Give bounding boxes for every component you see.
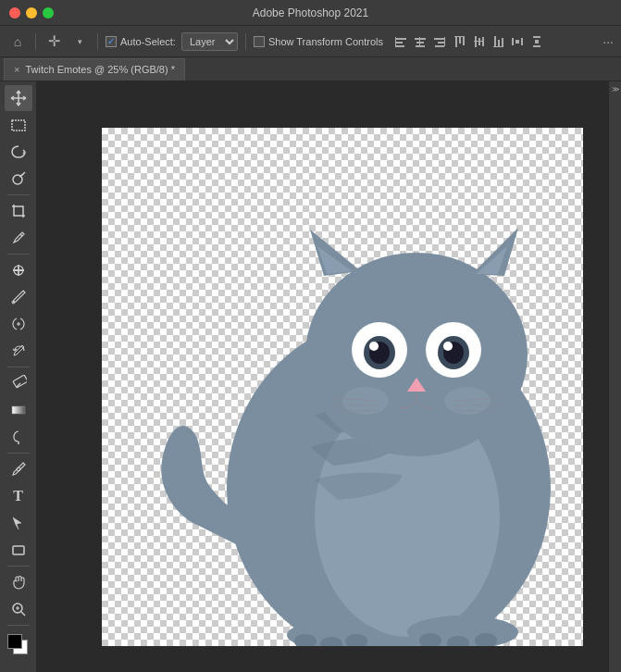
align-center-v-icon[interactable] <box>470 33 487 50</box>
doc-tab-label: Twitch Emotes @ 25% (RGB/8) * <box>25 64 175 75</box>
align-bottom-icon[interactable] <box>490 33 506 50</box>
tool-zoom[interactable] <box>5 596 32 622</box>
tool-lasso[interactable] <box>5 139 32 165</box>
tool-sep-4 <box>7 453 30 454</box>
canvas-area <box>37 81 608 672</box>
svg-rect-8 <box>434 38 445 40</box>
svg-rect-24 <box>512 38 514 45</box>
dist-v-icon[interactable] <box>528 33 545 50</box>
document-tabs: × Twitch Emotes @ 25% (RGB/8) * <box>0 57 621 81</box>
svg-rect-21 <box>498 40 500 47</box>
toolbar-separator-3 <box>245 33 246 50</box>
svg-rect-7 <box>419 37 420 46</box>
svg-rect-12 <box>455 36 457 47</box>
svg-rect-14 <box>463 36 465 45</box>
svg-rect-34 <box>13 375 27 388</box>
tool-dodge[interactable] <box>5 424 32 450</box>
svg-rect-25 <box>521 38 523 45</box>
tool-marquee[interactable] <box>5 112 32 138</box>
tool-move[interactable] <box>5 85 32 111</box>
svg-rect-9 <box>438 42 445 44</box>
svg-rect-13 <box>459 36 461 44</box>
layer-select[interactable]: Layer Group <box>181 32 238 51</box>
tool-hand[interactable] <box>5 569 32 595</box>
align-right-icon[interactable] <box>431 33 448 50</box>
document-canvas <box>102 128 583 646</box>
main-toolbar: ⌂ ✛ ▾ ✓ Auto-Select: Layer Group Show Tr… <box>0 26 621 57</box>
svg-rect-11 <box>444 37 445 46</box>
maximize-button[interactable] <box>43 7 54 19</box>
svg-rect-30 <box>12 120 25 131</box>
tool-gradient[interactable] <box>5 397 32 423</box>
more-options-button[interactable]: ··· <box>602 34 614 49</box>
tool-healing[interactable] <box>5 257 32 283</box>
cat-illustration <box>102 128 583 646</box>
svg-rect-3 <box>395 37 396 46</box>
tool-sep-6 <box>7 625 30 626</box>
app-title: Adobe Photoshop 2021 <box>253 6 368 19</box>
svg-rect-23 <box>493 46 503 47</box>
svg-rect-15 <box>454 36 464 37</box>
fg-color-swatch[interactable] <box>7 634 22 649</box>
move-tool-icon[interactable]: ✛ <box>43 31 64 52</box>
align-icons-group <box>392 33 545 50</box>
align-top-icon[interactable] <box>451 33 467 50</box>
svg-rect-20 <box>494 36 496 47</box>
tool-clone-stamp[interactable] <box>5 311 32 337</box>
svg-rect-2 <box>395 45 404 47</box>
auto-select-checkbox[interactable]: ✓ <box>106 36 117 47</box>
svg-rect-19 <box>474 41 483 42</box>
show-transform-checkbox[interactable] <box>254 36 265 47</box>
svg-rect-37 <box>13 546 24 554</box>
doc-tab-close[interactable]: × <box>14 64 19 75</box>
tool-eraser[interactable] <box>5 370 32 396</box>
svg-rect-22 <box>502 38 503 47</box>
auto-select-group: ✓ Auto-Select: <box>106 36 176 47</box>
svg-rect-29 <box>535 40 539 44</box>
svg-rect-27 <box>533 36 540 38</box>
tool-sep-2 <box>7 254 30 255</box>
move-tool-arrow[interactable]: ▾ <box>69 31 90 52</box>
color-swatches[interactable] <box>5 632 32 658</box>
traffic-lights <box>9 7 54 19</box>
document-tab[interactable]: × Twitch Emotes @ 25% (RGB/8) * <box>4 58 185 81</box>
toolbar-separator-1 <box>35 33 36 50</box>
dist-h-icon[interactable] <box>509 33 526 50</box>
svg-point-41 <box>305 253 528 456</box>
tool-pen[interactable] <box>5 456 32 482</box>
home-icon[interactable]: ⌂ <box>7 31 28 52</box>
align-center-h-icon[interactable] <box>412 33 428 50</box>
right-panel: ≫ <box>608 81 621 672</box>
tool-shape[interactable] <box>5 537 32 563</box>
toolbar-separator-2 <box>97 33 98 50</box>
close-button[interactable] <box>9 7 20 19</box>
svg-point-49 <box>443 342 453 351</box>
left-toolbar: T <box>0 81 37 672</box>
show-transform-group: Show Transform Controls <box>254 36 383 47</box>
main-area: T <box>0 81 621 672</box>
tool-brush[interactable] <box>5 284 32 310</box>
svg-rect-0 <box>395 38 406 40</box>
svg-rect-10 <box>435 45 444 47</box>
align-left-icon[interactable] <box>392 33 409 50</box>
tool-quick-select[interactable] <box>5 166 32 192</box>
tool-crop[interactable] <box>5 198 32 224</box>
svg-rect-28 <box>533 45 540 47</box>
tool-sep-1 <box>7 194 30 195</box>
svg-point-45 <box>369 342 379 351</box>
tool-sep-5 <box>7 566 30 566</box>
panel-collapse-button[interactable]: ≫ <box>612 85 619 93</box>
show-transform-label: Show Transform Controls <box>268 36 383 47</box>
minimize-button[interactable] <box>26 7 37 19</box>
tool-sep-3 <box>7 367 30 367</box>
svg-rect-35 <box>12 406 25 414</box>
tool-history-brush[interactable] <box>5 338 32 364</box>
tool-path-select[interactable] <box>5 510 32 536</box>
auto-select-label: Auto-Select: <box>120 36 176 47</box>
title-bar: Adobe Photoshop 2021 <box>0 0 621 26</box>
svg-rect-1 <box>395 42 403 44</box>
tool-eyedropper[interactable] <box>5 225 32 251</box>
tool-type[interactable]: T <box>5 483 32 509</box>
svg-rect-26 <box>515 40 519 44</box>
